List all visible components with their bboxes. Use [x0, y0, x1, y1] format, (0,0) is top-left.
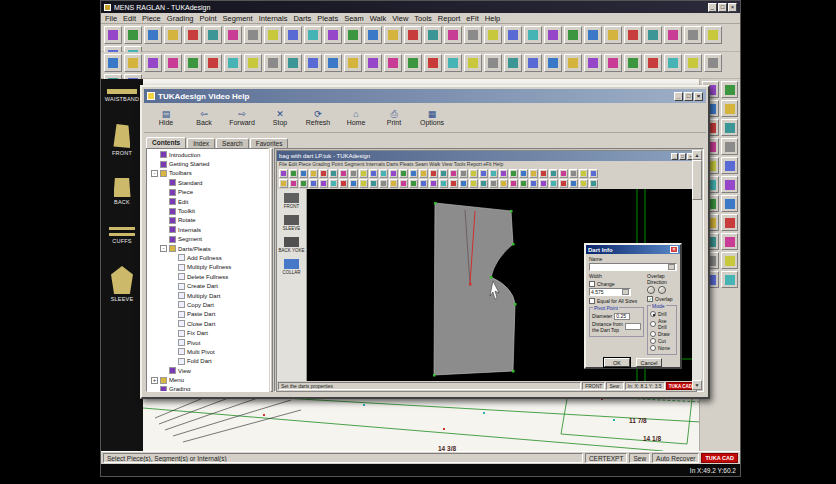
mode-radio[interactable]: Cut: [650, 338, 674, 344]
toolbar-icon[interactable]: [544, 54, 562, 72]
toolbar-icon[interactable]: [319, 179, 328, 188]
toolbar-icon[interactable]: [369, 179, 378, 188]
toolbar-icon[interactable]: [499, 169, 508, 178]
demo-piece-item[interactable]: BACK YOKE: [279, 237, 305, 253]
help-tree-item[interactable]: Multiply Fullness: [147, 263, 268, 272]
menu-item[interactable]: Grading: [167, 14, 194, 23]
ok-button[interactable]: OK: [604, 358, 630, 367]
toolbar-icon[interactable]: [379, 179, 388, 188]
toolbar-icon[interactable]: [369, 169, 378, 178]
pattern-piece-item[interactable]: SLEEVE: [111, 266, 134, 302]
toolbar-icon[interactable]: [319, 169, 328, 178]
toolbar-icon[interactable]: [184, 26, 202, 44]
scrollbar-thumb[interactable]: [692, 160, 702, 200]
toolbar-icon[interactable]: [504, 26, 522, 44]
toolbar-icon[interactable]: [721, 176, 738, 193]
pattern-piece-item[interactable]: FRONT: [112, 124, 132, 156]
toolbar-icon[interactable]: [479, 179, 488, 188]
toolbar-icon[interactable]: [539, 169, 548, 178]
toolbar-icon[interactable]: [664, 54, 682, 72]
help-toolbar-button[interactable]: ⎙ Print: [376, 104, 412, 131]
toolbar-icon[interactable]: [721, 214, 738, 231]
help-tree-item[interactable]: Multiply Dart: [147, 291, 268, 300]
toolbar-icon[interactable]: [449, 179, 458, 188]
toolbar-icon[interactable]: [469, 169, 478, 178]
help-tree-item[interactable]: Segment: [147, 235, 268, 244]
toolbar-icon[interactable]: [721, 157, 738, 174]
toolbar-icon[interactable]: [721, 271, 738, 288]
toolbar-icon[interactable]: [464, 54, 482, 72]
help-tree-item[interactable]: Add Fullness: [147, 253, 268, 262]
toolbar-icon[interactable]: [721, 252, 738, 269]
toolbar-icon[interactable]: [309, 179, 318, 188]
toolbar-icon[interactable]: [559, 179, 568, 188]
help-tab[interactable]: Favorites: [250, 138, 289, 148]
toolbar-icon[interactable]: [684, 26, 702, 44]
help-tree-item[interactable]: Create Dart: [147, 281, 268, 290]
toolbar-icon[interactable]: [264, 26, 282, 44]
mode-radio[interactable]: Drill: [650, 311, 674, 317]
toolbar-icon[interactable]: [704, 26, 722, 44]
menu-item[interactable]: Darts: [293, 14, 311, 23]
toolbar-icon[interactable]: [439, 179, 448, 188]
help-tree-item[interactable]: Delete Fullness: [147, 272, 268, 281]
toolbar-icon[interactable]: [224, 54, 242, 72]
toolbar-icon[interactable]: [244, 26, 262, 44]
toolbar-icon[interactable]: [644, 26, 662, 44]
toolbar-icon[interactable]: [309, 169, 318, 178]
toolbar-icon[interactable]: [329, 179, 338, 188]
toolbar-icon[interactable]: [164, 26, 182, 44]
window-control-icon[interactable]: □: [718, 3, 727, 12]
toolbar-icon[interactable]: [529, 179, 538, 188]
menu-item[interactable]: Help: [485, 14, 500, 23]
help-tree-item[interactable]: Pivot: [147, 338, 268, 347]
toolbar-icon[interactable]: [504, 54, 522, 72]
toolbar-icon[interactable]: [484, 54, 502, 72]
toolbar-icon[interactable]: [549, 169, 558, 178]
menu-item[interactable]: Point: [199, 14, 216, 23]
toolbar-icon[interactable]: [469, 179, 478, 188]
toolbar-icon[interactable]: [721, 81, 738, 98]
toolbar-icon[interactable]: [624, 54, 642, 72]
distance-input[interactable]: [625, 323, 641, 330]
close-icon[interactable]: ×: [670, 246, 678, 253]
toolbar-icon[interactable]: [664, 26, 682, 44]
toolbar-icon[interactable]: [584, 54, 602, 72]
menu-item[interactable]: Tools: [414, 14, 432, 23]
toolbar-icon[interactable]: [524, 26, 542, 44]
help-tree-item[interactable]: Getting Started: [147, 159, 268, 168]
toolbar-icon[interactable]: [589, 179, 598, 188]
toolbar-icon[interactable]: [244, 54, 262, 72]
diameter-input[interactable]: 0.25: [614, 313, 630, 320]
toolbar-icon[interactable]: [124, 54, 142, 72]
help-tree-item[interactable]: Piece: [147, 188, 268, 197]
menu-item[interactable]: Piece: [142, 14, 161, 23]
toolbar-icon[interactable]: [721, 195, 738, 212]
scroll-down-icon[interactable]: ▼: [692, 380, 702, 390]
overlap-checkbox[interactable]: ✓ Overlap: [647, 296, 677, 302]
help-tree-item[interactable]: Introduction: [147, 150, 268, 159]
help-toolbar-button[interactable]: ⌂ Home: [338, 104, 374, 131]
toolbar-icon[interactable]: [429, 169, 438, 178]
toolbar-icon[interactable]: [124, 26, 142, 44]
toolbar-icon[interactable]: [419, 179, 428, 188]
menu-item[interactable]: Report: [438, 14, 461, 23]
change-checkbox[interactable]: Change: [589, 281, 644, 287]
help-toolbar-button[interactable]: ⇨ Forward: [224, 104, 260, 131]
menu-item[interactable]: File: [105, 14, 117, 23]
menu-item[interactable]: Walk: [370, 14, 386, 23]
toolbar-icon[interactable]: [489, 179, 498, 188]
demo-piece-item[interactable]: COLLAR: [282, 259, 300, 275]
toolbar-icon[interactable]: [404, 26, 422, 44]
toolbar-icon[interactable]: [224, 26, 242, 44]
menu-item[interactable]: Edit: [123, 14, 136, 23]
toolbar-icon[interactable]: [104, 26, 122, 44]
toolbar-icon[interactable]: [429, 179, 438, 188]
toolbar-icon[interactable]: [589, 169, 598, 178]
help-tree-item[interactable]: Fix Dart: [147, 328, 268, 337]
toolbar-icon[interactable]: [304, 54, 322, 72]
expand-icon[interactable]: +: [151, 377, 158, 384]
help-toolbar-button[interactable]: ⇦ Back: [186, 104, 222, 131]
toolbar-icon[interactable]: [721, 233, 738, 250]
toolbar-icon[interactable]: [464, 26, 482, 44]
